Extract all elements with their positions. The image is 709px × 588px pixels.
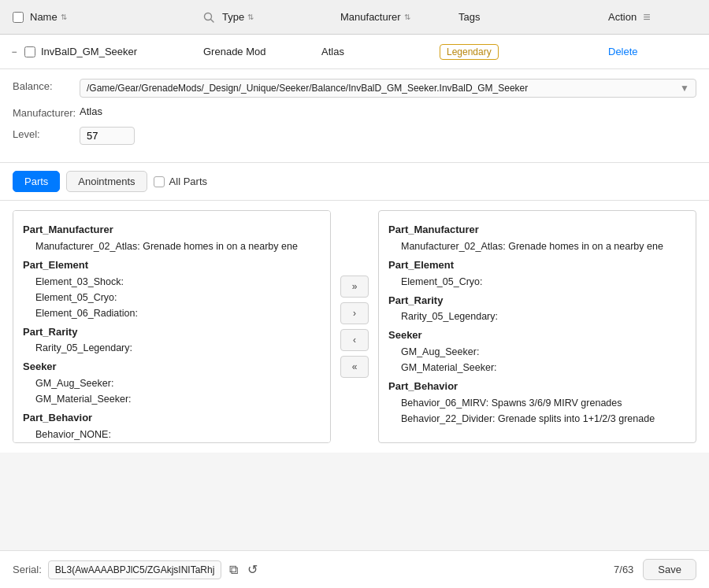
select-all-checkbox[interactable] (13, 12, 24, 23)
parts-item[interactable]: Element_05_Cryo: (23, 290, 321, 305)
balance-label: Balance: (13, 79, 80, 92)
parts-item[interactable]: Element_05_Cryo: (388, 274, 686, 290)
row-expand-button[interactable]: − (6, 46, 22, 57)
parts-item[interactable]: GM_Material_Seeker: (388, 360, 686, 375)
delete-button[interactable]: Delete (608, 46, 638, 57)
manufacturer-row: Manufacturer: Atlas (13, 105, 696, 119)
level-label: Level: (13, 127, 80, 140)
row-tags: Legendary (440, 44, 608, 60)
row-manufacturer: Atlas (321, 46, 440, 57)
col-tags-header: Tags (458, 11, 608, 23)
copy-icon-button[interactable]: ⧉ (228, 560, 239, 579)
type-sort-icon[interactable]: ⇅ (247, 13, 254, 21)
col-action-header: Action ≡ (608, 10, 703, 24)
parts-category: Seeker (388, 327, 686, 344)
parts-item[interactable]: GM_Material_Seeker: (23, 391, 321, 407)
col-type-label: Type (222, 11, 244, 23)
parts-item[interactable]: Element_06_Radiation: (23, 305, 321, 321)
row-name: InvBalD_GM_Seeker (38, 46, 203, 57)
back-all-button[interactable]: « (340, 356, 369, 378)
page-count: 7/63 (614, 564, 633, 575)
parts-category: Part_Element (388, 257, 686, 274)
parts-category: Part_Behavior (23, 410, 321, 427)
col-name-label: Name (30, 11, 58, 23)
right-parts-panel[interactable]: Part_ManufacturerManufacturer_02_Atlas: … (378, 210, 696, 443)
action-menu-icon[interactable]: ≡ (643, 10, 650, 24)
manufacturer-text: Atlas (80, 104, 102, 119)
back-one-button[interactable]: ‹ (340, 329, 369, 351)
balance-text: /Game/Gear/GrenadeMods/_Design/_Unique/S… (87, 83, 674, 94)
manufacturer-sort-icon[interactable]: ⇅ (404, 13, 410, 21)
row-checkbox[interactable] (24, 46, 35, 57)
parts-item[interactable]: Behavior_06_MIRV: Spawns 3/6/9 MIRV gren… (23, 442, 321, 443)
tab-all-parts[interactable]: All Parts (154, 176, 207, 187)
parts-area: Part_ManufacturerManufacturer_02_Atlas: … (0, 201, 709, 453)
tag-legendary-badge: Legendary (440, 44, 499, 60)
parts-item[interactable]: Behavior_22_Divider: Grenade splits into… (388, 411, 686, 427)
forward-one-button[interactable]: › (340, 302, 369, 324)
parts-controls: » › ‹ « (331, 210, 378, 443)
col-manufacturer-header: Manufacturer ⇅ (340, 11, 458, 23)
header-checkbox[interactable] (6, 12, 30, 23)
parts-item[interactable]: Element_03_Shock: (23, 274, 321, 290)
col-tags-label: Tags (458, 11, 480, 23)
parts-item[interactable]: Manufacturer_02_Atlas: Grenade homes in … (23, 239, 321, 254)
col-action-label: Action (608, 11, 637, 23)
footer-icons: ⧉ ↺ (228, 560, 259, 579)
parts-item[interactable]: Rarity_05_Legendary: (388, 309, 686, 324)
level-row: Level: (13, 127, 696, 145)
col-name-header: Name ⇅ (30, 11, 203, 23)
left-parts-panel[interactable]: Part_ManufacturerManufacturer_02_Atlas: … (13, 210, 331, 443)
col-type-header: Type ⇅ (222, 11, 340, 23)
parts-item[interactable]: GM_Aug_Seeker: (23, 375, 321, 391)
parts-category: Seeker (23, 359, 321, 375)
manufacturer-label: Manufacturer: (13, 105, 80, 119)
all-parts-label: All Parts (169, 176, 207, 187)
parts-item[interactable]: Behavior_06_MIRV: Spawns 3/6/9 MIRV gren… (388, 395, 686, 411)
balance-input[interactable]: /Game/Gear/GrenadeMods/_Design/_Unique/S… (80, 79, 696, 98)
refresh-icon-button[interactable]: ↺ (246, 560, 259, 579)
parts-category: Part_Rarity (23, 324, 321, 341)
save-button[interactable]: Save (643, 559, 696, 580)
tabs-row: Parts Anointments All Parts (0, 163, 709, 201)
parts-item[interactable]: Rarity_05_Legendary: (23, 340, 321, 356)
parts-category: Part_Element (23, 257, 321, 274)
parts-category: Part_Manufacturer (388, 222, 686, 239)
forward-all-button[interactable]: » (340, 276, 369, 298)
serial-label: Serial: (13, 564, 42, 575)
balance-row: Balance: /Game/Gear/GrenadeMods/_Design/… (13, 79, 696, 98)
parts-category: Part_Manufacturer (23, 222, 321, 239)
tab-parts[interactable]: Parts (13, 171, 60, 192)
svg-line-1 (211, 19, 214, 22)
level-input[interactable] (80, 127, 135, 145)
parts-category: Part_Behavior (388, 379, 686, 395)
name-sort-icon[interactable]: ⇅ (61, 13, 67, 21)
footer: Serial: ⧉ ↺ 7/63 Save (0, 550, 709, 588)
balance-value-wrapper: /Game/Gear/GrenadeMods/_Design/_Unique/S… (80, 79, 696, 98)
row-action: Delete (608, 46, 703, 57)
parts-item[interactable]: Behavior_NONE: (23, 427, 321, 442)
row-checkbox-wrapper[interactable] (22, 46, 38, 57)
serial-input[interactable] (48, 560, 221, 579)
table-row: − InvBalD_GM_Seeker Grenade Mod Atlas Le… (0, 35, 709, 69)
tab-anointments[interactable]: Anointments (66, 171, 147, 192)
parts-item[interactable]: Manufacturer_02_Atlas: Grenade homes in … (388, 239, 686, 254)
col-manufacturer-label: Manufacturer (340, 11, 401, 23)
all-parts-checkbox[interactable] (154, 176, 165, 187)
parts-item[interactable]: GM_Aug_Seeker: (388, 344, 686, 360)
balance-chevron-icon[interactable]: ▼ (680, 83, 689, 94)
manufacturer-value: Atlas (80, 105, 696, 117)
row-type: Grenade Mod (203, 46, 321, 57)
table-header: Name ⇅ Type ⇅ Manufacturer ⇅ Tags Action… (0, 0, 709, 35)
parts-category: Part_Rarity (388, 293, 686, 309)
name-search-icon[interactable] (203, 12, 222, 23)
level-value-wrapper (80, 127, 696, 145)
detail-panel: Balance: /Game/Gear/GrenadeMods/_Design/… (0, 69, 709, 163)
